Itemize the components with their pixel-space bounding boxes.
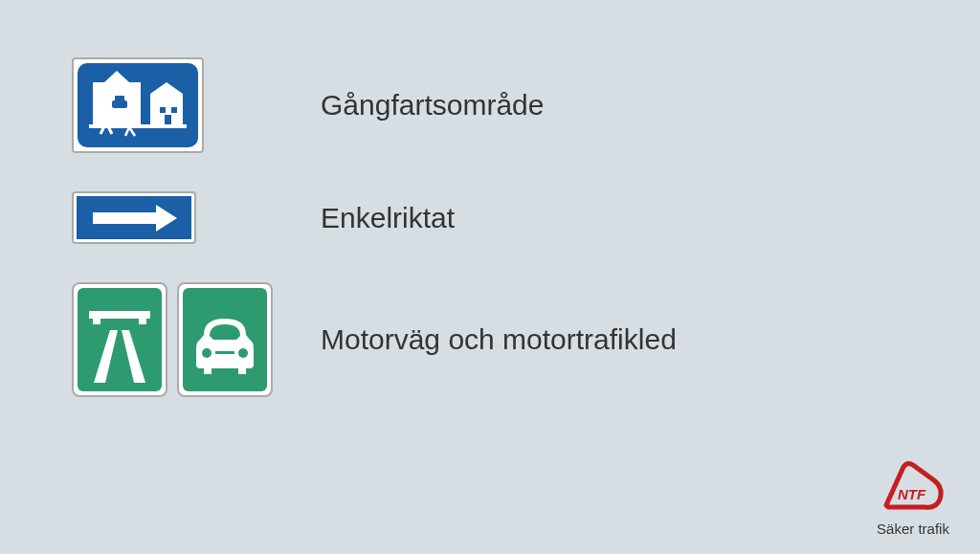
sign-area bbox=[72, 282, 282, 397]
svg-rect-31 bbox=[215, 351, 234, 354]
svg-rect-5 bbox=[171, 107, 177, 113]
svg-rect-25 bbox=[93, 319, 100, 324]
svg-marker-28 bbox=[122, 330, 145, 383]
svg-rect-8 bbox=[115, 96, 124, 101]
motorway-icon bbox=[81, 292, 158, 388]
car-front-icon bbox=[187, 292, 263, 388]
sign-label: Enkelriktat bbox=[321, 202, 455, 234]
svg-marker-27 bbox=[94, 330, 118, 383]
slide-content: Gångfartsområde Enkelriktat bbox=[0, 0, 980, 397]
svg-rect-22 bbox=[93, 212, 158, 224]
svg-rect-26 bbox=[139, 319, 146, 324]
sign-label: Motorväg och motortrafikled bbox=[321, 323, 677, 356]
walking-zone-icon bbox=[85, 67, 190, 144]
arrow-right-icon bbox=[81, 199, 187, 237]
ntf-logo-text: NTF bbox=[898, 486, 926, 502]
oneway-sign bbox=[72, 191, 196, 244]
logo-tagline: Säker trafik bbox=[875, 521, 951, 537]
motorway-sign bbox=[72, 282, 167, 397]
walking-zone-sign bbox=[72, 57, 204, 153]
svg-point-16 bbox=[126, 114, 132, 120]
oneway-sign-inner bbox=[77, 196, 191, 239]
svg-point-10 bbox=[102, 103, 110, 111]
svg-rect-4 bbox=[160, 107, 166, 113]
sign-label: Gångfartsområde bbox=[321, 89, 544, 122]
svg-point-30 bbox=[238, 348, 248, 358]
svg-rect-6 bbox=[165, 115, 171, 124]
svg-rect-7 bbox=[112, 100, 127, 108]
expressway-sign-inner bbox=[183, 288, 267, 391]
sign-row-oneway: Enkelriktat bbox=[72, 191, 980, 244]
svg-marker-23 bbox=[156, 205, 177, 232]
sign-row-walking: Gångfartsområde bbox=[72, 57, 980, 153]
svg-marker-3 bbox=[150, 82, 183, 94]
walking-zone-sign-inner bbox=[78, 63, 198, 147]
sign-area bbox=[72, 191, 282, 244]
svg-point-29 bbox=[202, 348, 212, 358]
svg-marker-1 bbox=[104, 71, 129, 82]
ntf-logo: NTF Säker trafik bbox=[875, 459, 951, 537]
expressway-sign bbox=[177, 282, 273, 397]
svg-line-21 bbox=[129, 127, 135, 136]
svg-rect-24 bbox=[89, 311, 150, 319]
ntf-logo-icon: NTF bbox=[875, 459, 951, 513]
motorway-sign-inner bbox=[78, 288, 162, 391]
sign-row-motorway: Motorväg och motortrafikled bbox=[72, 282, 980, 397]
sign-area bbox=[72, 57, 282, 153]
